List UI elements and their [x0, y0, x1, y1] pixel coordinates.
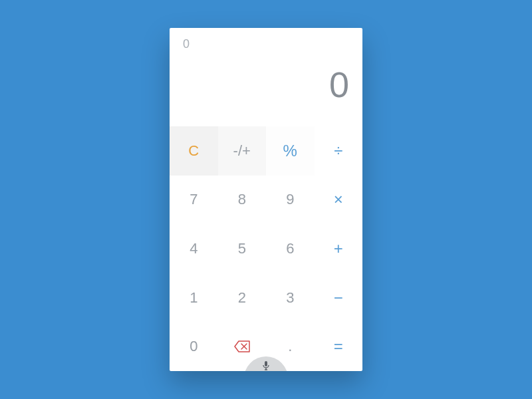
- divide-button[interactable]: ÷: [315, 126, 363, 176]
- digit-0-button[interactable]: 0: [170, 322, 218, 371]
- digit-4-button[interactable]: 4: [170, 224, 218, 273]
- digit-6-button[interactable]: 6: [266, 224, 315, 273]
- multiply-button[interactable]: ×: [315, 176, 363, 225]
- digit-8-button[interactable]: 8: [218, 176, 267, 225]
- display-primary: 0: [183, 66, 349, 102]
- calculator-window: 0 0 C -/+ % ÷ 7 8 9 × 4 5 6 + 1 2 3 −: [170, 28, 362, 371]
- keypad-row-3: 4 5 6 +: [170, 224, 362, 273]
- digit-7-button[interactable]: 7: [170, 176, 218, 225]
- spacer: [170, 114, 362, 126]
- plus-button[interactable]: +: [315, 224, 363, 273]
- percent-button[interactable]: %: [266, 126, 315, 176]
- keypad: C -/+ % ÷ 7 8 9 × 4 5 6 + 1 2 3 − 0: [170, 126, 362, 371]
- backspace-icon: [234, 340, 250, 352]
- microphone-icon: [262, 360, 270, 371]
- digit-5-button[interactable]: 5: [218, 224, 267, 273]
- digit-3-button[interactable]: 3: [266, 273, 315, 323]
- keypad-row-2: 7 8 9 ×: [170, 176, 362, 225]
- digit-9-button[interactable]: 9: [266, 176, 315, 225]
- sign-toggle-button[interactable]: -/+: [218, 126, 267, 176]
- keypad-row-1: C -/+ % ÷: [170, 126, 362, 176]
- equals-button[interactable]: =: [315, 322, 363, 371]
- keypad-row-4: 1 2 3 −: [170, 273, 362, 323]
- display-area: 0 0: [170, 28, 362, 114]
- digit-2-button[interactable]: 2: [218, 273, 267, 323]
- clear-button[interactable]: C: [170, 126, 218, 176]
- display-secondary: 0: [183, 37, 349, 53]
- svg-rect-0: [265, 361, 267, 366]
- minus-button[interactable]: −: [315, 273, 363, 323]
- digit-1-button[interactable]: 1: [170, 273, 218, 323]
